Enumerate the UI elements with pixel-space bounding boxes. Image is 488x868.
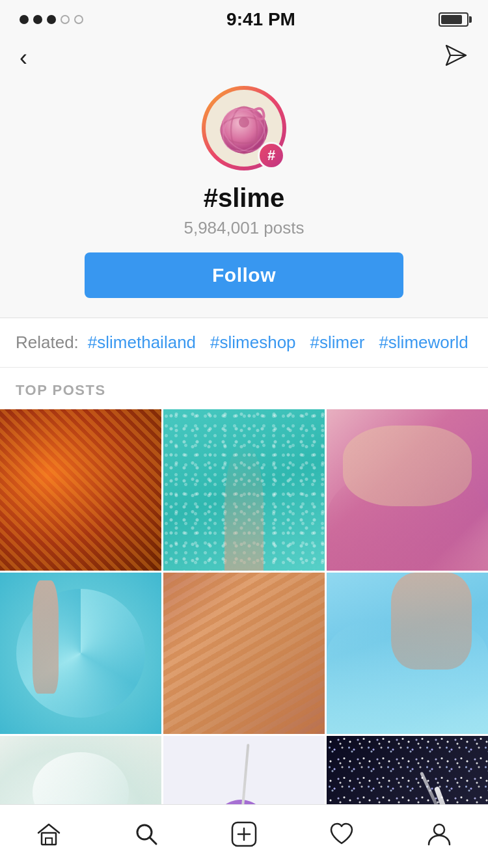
battery-icon bbox=[439, 12, 468, 27]
dot-1 bbox=[20, 15, 29, 24]
send-icon[interactable] bbox=[444, 43, 468, 73]
follow-button[interactable]: Follow bbox=[85, 252, 403, 298]
grid-item-6[interactable] bbox=[327, 573, 488, 734]
nav-bar: ‹ bbox=[0, 36, 488, 79]
related-tag-2[interactable]: #slimer bbox=[310, 332, 365, 353]
status-bar: 9:41 PM bbox=[0, 0, 488, 36]
profile-section: # #slime 5,984,001 posts Follow bbox=[0, 79, 488, 318]
nav-heart[interactable] bbox=[322, 815, 361, 854]
post-count: 5,984,001 posts bbox=[183, 218, 304, 238]
grid-item-2[interactable] bbox=[163, 409, 325, 571]
nav-search[interactable] bbox=[127, 815, 166, 854]
related-tags-section: Related: #slimethailand #slimeshop #slim… bbox=[0, 318, 488, 368]
home-icon bbox=[34, 820, 63, 848]
grid-item-5[interactable] bbox=[163, 573, 325, 734]
grid-item-4[interactable] bbox=[0, 573, 161, 734]
add-icon bbox=[230, 820, 258, 848]
top-posts-label: TOP POSTS bbox=[16, 382, 106, 398]
nav-profile[interactable] bbox=[420, 815, 459, 854]
hashtag-title: #slime bbox=[204, 183, 285, 213]
back-button[interactable]: ‹ bbox=[20, 46, 27, 70]
svg-point-16 bbox=[434, 824, 444, 835]
svg-point-8 bbox=[239, 117, 249, 128]
person-icon bbox=[425, 820, 454, 848]
search-icon bbox=[132, 820, 161, 848]
nav-add[interactable] bbox=[224, 815, 264, 854]
grid-item-3[interactable] bbox=[327, 409, 488, 571]
top-posts-header: TOP POSTS bbox=[0, 368, 488, 409]
related-tag-0[interactable]: #slimethailand bbox=[88, 332, 196, 353]
bottom-nav bbox=[0, 804, 488, 868]
svg-rect-10 bbox=[46, 838, 52, 845]
related-tag-3[interactable]: #slimeworld bbox=[379, 332, 468, 353]
dot-3 bbox=[47, 15, 56, 24]
related-tag-1[interactable]: #slimeshop bbox=[210, 332, 296, 353]
dot-4 bbox=[61, 15, 70, 24]
svg-line-12 bbox=[150, 837, 156, 844]
avatar-wrapper: # bbox=[202, 86, 286, 170]
related-label: Related: bbox=[16, 332, 79, 353]
battery-fill bbox=[441, 15, 462, 24]
dot-5 bbox=[74, 15, 83, 24]
hashtag-badge: # bbox=[258, 142, 285, 169]
grid-item-1[interactable] bbox=[0, 409, 161, 571]
signal-dots bbox=[20, 15, 83, 24]
dot-2 bbox=[33, 15, 42, 24]
status-time: 9:41 PM bbox=[226, 9, 295, 30]
heart-icon bbox=[327, 820, 356, 848]
nav-home[interactable] bbox=[29, 815, 68, 854]
posts-grid bbox=[0, 409, 488, 868]
